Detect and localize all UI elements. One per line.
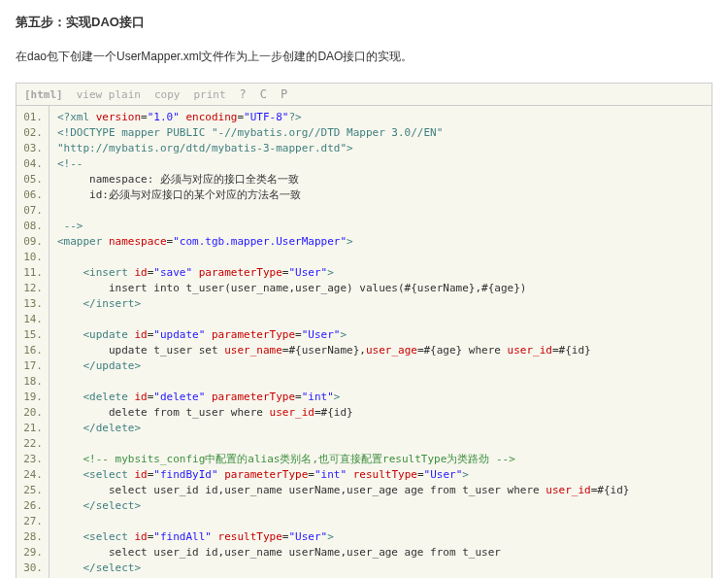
copy-link[interactable]: copy: [154, 88, 181, 101]
line-number: 26.: [17, 498, 49, 514]
code-block: [html] view plain copy print ? C P 01.02…: [16, 83, 712, 578]
line-number: 05.: [17, 172, 49, 187]
help-icon[interactable]: ?: [240, 87, 247, 101]
code-line: <!--: [57, 156, 711, 172]
line-number: 25.: [17, 483, 49, 498]
code-line: select user_id id,user_name userName,use…: [57, 483, 711, 498]
code-line: "http://mybatis.org/dtd/mybatis-3-mapper…: [57, 141, 711, 156]
view-plain-link[interactable]: view plain: [77, 88, 141, 101]
lang-label: [html]: [24, 88, 63, 101]
line-number: 29.: [17, 545, 49, 561]
code-line: <select id="findAll" resultType="User">: [57, 529, 711, 545]
code-line: </update>: [57, 358, 711, 374]
code-line: -->: [57, 219, 711, 234]
code-line: </select>: [57, 498, 711, 514]
code-line: [57, 312, 711, 327]
line-number: 07.: [17, 203, 49, 219]
line-number: 10.: [17, 250, 49, 265]
line-number: 21.: [17, 421, 49, 436]
code-toolbar: [html] view plain copy print ? C P: [17, 84, 711, 106]
step-heading: 第五步：实现DAO接口: [16, 14, 712, 31]
line-number: 23.: [17, 452, 49, 467]
step-description: 在dao包下创建一个UserMapper.xml文件作为上一步创建的DAO接口的…: [16, 49, 712, 65]
code-line: <insert id="save" parameterType="User">: [57, 265, 711, 281]
code-line: <delete id="delete" parameterType="int">: [57, 390, 711, 405]
line-number: 27.: [17, 514, 49, 529]
code-line: [57, 436, 711, 452]
code-line: insert into t_user(user_name,user_age) v…: [57, 281, 711, 296]
code-line: [57, 203, 711, 219]
line-number: 15.: [17, 327, 49, 343]
code-line: select user_id id,user_name userName,use…: [57, 545, 711, 561]
code-line: namespace: 必须与对应的接口全类名一致: [57, 172, 711, 187]
code-line: </insert>: [57, 296, 711, 312]
code-lines: <?xml version="1.0" encoding="UTF-8"?><!…: [50, 106, 711, 578]
code-line: <!-- mybsits_config中配置的alias类别名,也可直接配置re…: [57, 452, 711, 467]
code-c-icon[interactable]: C: [260, 87, 267, 101]
line-number: 20.: [17, 405, 49, 421]
code-line: <update id="update" parameterType="User"…: [57, 327, 711, 343]
code-line: <!DOCTYPE mapper PUBLIC "-//mybatis.org/…: [57, 125, 711, 141]
code-line: </select>: [57, 561, 711, 576]
line-number: 30.: [17, 561, 49, 576]
line-number: 19.: [17, 390, 49, 405]
line-number: 04.: [17, 156, 49, 172]
code-line: <?xml version="1.0" encoding="UTF-8"?>: [57, 110, 711, 125]
code-line: [57, 250, 711, 265]
line-number: 16.: [17, 343, 49, 358]
code-line: </delete>: [57, 421, 711, 436]
code-area: 01.02.03.04.05.06.07.08.09.10.11.12.13.1…: [17, 106, 711, 578]
code-line: [57, 374, 711, 390]
line-number: 02.: [17, 125, 49, 141]
code-line: <mapper namespace="com.tgb.mapper.UserMa…: [57, 234, 711, 250]
code-p-icon[interactable]: P: [281, 87, 287, 101]
line-number: 06.: [17, 187, 49, 203]
code-line: [57, 514, 711, 529]
line-number: 14.: [17, 312, 49, 327]
line-number: 08.: [17, 219, 49, 234]
line-number-gutter: 01.02.03.04.05.06.07.08.09.10.11.12.13.1…: [17, 106, 50, 578]
line-number: 12.: [17, 281, 49, 296]
line-number: 18.: [17, 374, 49, 390]
code-line: delete from t_user where user_id=#{id}: [57, 405, 711, 421]
line-number: 22.: [17, 436, 49, 452]
line-number: 17.: [17, 358, 49, 374]
print-link[interactable]: print: [193, 88, 225, 101]
code-line: <select id="findById" parameterType="int…: [57, 467, 711, 483]
line-number: 11.: [17, 265, 49, 281]
code-line: update t_user set user_name=#{userName},…: [57, 343, 711, 358]
code-line: id:必须与对应接口的某个对应的方法名一致: [57, 187, 711, 203]
line-number: 13.: [17, 296, 49, 312]
line-number: 24.: [17, 467, 49, 483]
line-number: 09.: [17, 234, 49, 250]
line-number: 28.: [17, 529, 49, 545]
line-number: 01.: [17, 110, 49, 125]
line-number: 03.: [17, 141, 49, 156]
